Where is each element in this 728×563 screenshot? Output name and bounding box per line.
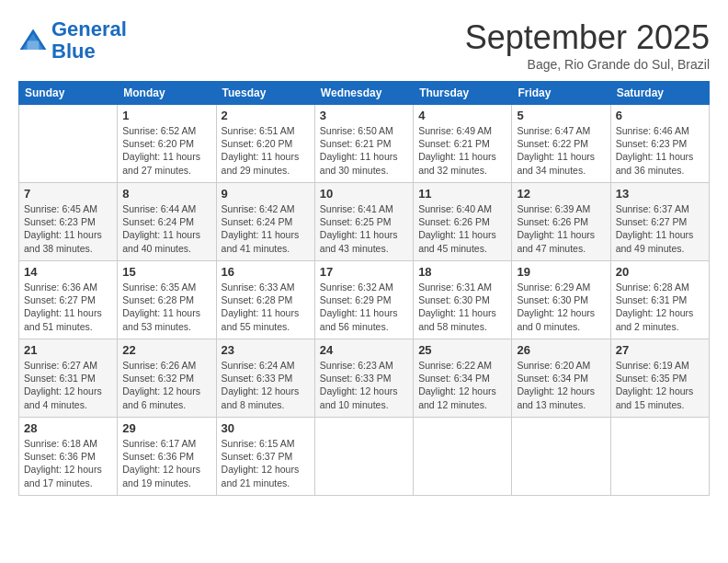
calendar-cell: 28Sunrise: 6:18 AM Sunset: 6:36 PM Dayli… <box>19 418 118 496</box>
calendar-cell <box>414 418 512 496</box>
weekday-header-friday: Friday <box>512 82 610 105</box>
calendar-cell: 29Sunrise: 6:17 AM Sunset: 6:36 PM Dayli… <box>118 418 216 496</box>
calendar-cell: 3Sunrise: 6:50 AM Sunset: 6:21 PM Daylig… <box>314 105 413 183</box>
logo-icon <box>18 28 48 53</box>
calendar-cell: 2Sunrise: 6:51 AM Sunset: 6:20 PM Daylig… <box>216 105 314 183</box>
weekday-header-row: SundayMondayTuesdayWednesdayThursdayFrid… <box>19 82 710 105</box>
day-number: 9 <box>222 187 310 201</box>
day-info: Sunrise: 6:47 AM Sunset: 6:22 PM Dayligh… <box>517 124 605 177</box>
calendar-cell: 16Sunrise: 6:33 AM Sunset: 6:28 PM Dayli… <box>216 261 314 339</box>
day-number: 25 <box>418 343 506 357</box>
weekday-header-saturday: Saturday <box>610 82 709 105</box>
week-row-5: 28Sunrise: 6:18 AM Sunset: 6:36 PM Dayli… <box>19 418 710 496</box>
day-number: 23 <box>222 343 310 357</box>
day-info: Sunrise: 6:28 AM Sunset: 6:31 PM Dayligh… <box>616 281 704 333</box>
month-title: September 2025 <box>465 18 710 57</box>
calendar-cell: 26Sunrise: 6:20 AM Sunset: 6:34 PM Dayli… <box>512 339 610 418</box>
calendar-cell: 30Sunrise: 6:15 AM Sunset: 6:37 PM Dayli… <box>216 418 314 496</box>
calendar-cell: 1Sunrise: 6:52 AM Sunset: 6:20 PM Daylig… <box>118 105 216 183</box>
calendar-cell: 20Sunrise: 6:28 AM Sunset: 6:31 PM Dayli… <box>610 261 709 339</box>
calendar-cell: 17Sunrise: 6:32 AM Sunset: 6:29 PM Dayli… <box>314 261 413 339</box>
day-info: Sunrise: 6:39 AM Sunset: 6:26 PM Dayligh… <box>517 202 605 255</box>
day-number: 7 <box>24 187 112 201</box>
calendar-cell: 13Sunrise: 6:37 AM Sunset: 6:27 PM Dayli… <box>610 183 709 261</box>
calendar-cell <box>512 418 610 496</box>
day-number: 15 <box>122 265 210 279</box>
day-number: 28 <box>24 421 112 435</box>
calendar-cell <box>314 418 413 496</box>
day-info: Sunrise: 6:51 AM Sunset: 6:20 PM Dayligh… <box>222 124 310 177</box>
week-row-4: 21Sunrise: 6:27 AM Sunset: 6:31 PM Dayli… <box>19 339 710 418</box>
calendar-cell: 5Sunrise: 6:47 AM Sunset: 6:22 PM Daylig… <box>512 105 610 183</box>
day-info: Sunrise: 6:49 AM Sunset: 6:21 PM Dayligh… <box>418 124 506 177</box>
day-number: 30 <box>222 421 310 435</box>
calendar-cell: 7Sunrise: 6:45 AM Sunset: 6:23 PM Daylig… <box>19 183 118 261</box>
day-number: 10 <box>320 187 408 201</box>
day-info: Sunrise: 6:46 AM Sunset: 6:23 PM Dayligh… <box>616 124 704 177</box>
day-number: 1 <box>122 109 210 122</box>
day-number: 4 <box>418 109 506 122</box>
day-info: Sunrise: 6:26 AM Sunset: 6:32 PM Dayligh… <box>122 359 210 411</box>
day-info: Sunrise: 6:40 AM Sunset: 6:26 PM Dayligh… <box>418 202 506 255</box>
day-info: Sunrise: 6:35 AM Sunset: 6:28 PM Dayligh… <box>122 281 210 333</box>
day-number: 16 <box>222 265 310 279</box>
calendar-cell: 8Sunrise: 6:44 AM Sunset: 6:24 PM Daylig… <box>118 183 216 261</box>
calendar-cell <box>610 418 709 496</box>
weekday-header-wednesday: Wednesday <box>314 82 413 105</box>
day-number: 17 <box>320 265 408 279</box>
calendar-table: SundayMondayTuesdayWednesdayThursdayFrid… <box>18 81 710 496</box>
weekday-header-sunday: Sunday <box>19 82 118 105</box>
calendar-cell: 19Sunrise: 6:29 AM Sunset: 6:30 PM Dayli… <box>512 261 610 339</box>
calendar-cell: 27Sunrise: 6:19 AM Sunset: 6:35 PM Dayli… <box>610 339 709 418</box>
day-number: 13 <box>616 187 704 201</box>
day-info: Sunrise: 6:24 AM Sunset: 6:33 PM Dayligh… <box>222 359 310 411</box>
day-info: Sunrise: 6:41 AM Sunset: 6:25 PM Dayligh… <box>320 202 408 255</box>
day-info: Sunrise: 6:15 AM Sunset: 6:37 PM Dayligh… <box>222 437 310 489</box>
day-info: Sunrise: 6:31 AM Sunset: 6:30 PM Dayligh… <box>418 281 506 333</box>
calendar-cell: 25Sunrise: 6:22 AM Sunset: 6:34 PM Dayli… <box>414 339 512 418</box>
day-info: Sunrise: 6:32 AM Sunset: 6:29 PM Dayligh… <box>320 281 408 333</box>
day-number: 20 <box>616 265 704 279</box>
page-header: General Blue September 2025 Bage, Rio Gr… <box>18 18 710 72</box>
day-number: 21 <box>24 343 112 357</box>
day-info: Sunrise: 6:44 AM Sunset: 6:24 PM Dayligh… <box>122 202 210 255</box>
day-info: Sunrise: 6:19 AM Sunset: 6:35 PM Dayligh… <box>616 359 704 411</box>
location-text: Bage, Rio Grande do Sul, Brazil <box>465 57 710 72</box>
title-block: September 2025 Bage, Rio Grande do Sul, … <box>465 18 710 72</box>
calendar-cell: 6Sunrise: 6:46 AM Sunset: 6:23 PM Daylig… <box>610 105 709 183</box>
calendar-cell: 14Sunrise: 6:36 AM Sunset: 6:27 PM Dayli… <box>19 261 118 339</box>
day-number: 24 <box>320 343 408 357</box>
calendar-cell: 15Sunrise: 6:35 AM Sunset: 6:28 PM Dayli… <box>118 261 216 339</box>
calendar-cell: 23Sunrise: 6:24 AM Sunset: 6:33 PM Dayli… <box>216 339 314 418</box>
day-info: Sunrise: 6:20 AM Sunset: 6:34 PM Dayligh… <box>517 359 605 411</box>
day-number: 5 <box>517 109 605 122</box>
day-info: Sunrise: 6:36 AM Sunset: 6:27 PM Dayligh… <box>24 281 112 333</box>
day-info: Sunrise: 6:22 AM Sunset: 6:34 PM Dayligh… <box>418 359 506 411</box>
day-number: 6 <box>616 109 704 122</box>
day-info: Sunrise: 6:23 AM Sunset: 6:33 PM Dayligh… <box>320 359 408 411</box>
day-number: 27 <box>616 343 704 357</box>
weekday-header-tuesday: Tuesday <box>216 82 314 105</box>
day-number: 14 <box>24 265 112 279</box>
day-number: 11 <box>418 187 506 201</box>
week-row-1: 1Sunrise: 6:52 AM Sunset: 6:20 PM Daylig… <box>19 105 710 183</box>
day-number: 12 <box>517 187 605 201</box>
day-number: 18 <box>418 265 506 279</box>
calendar-cell: 4Sunrise: 6:49 AM Sunset: 6:21 PM Daylig… <box>414 105 512 183</box>
week-row-2: 7Sunrise: 6:45 AM Sunset: 6:23 PM Daylig… <box>19 183 710 261</box>
calendar-cell: 11Sunrise: 6:40 AM Sunset: 6:26 PM Dayli… <box>414 183 512 261</box>
calendar-cell <box>19 105 118 183</box>
day-number: 3 <box>320 109 408 122</box>
day-info: Sunrise: 6:27 AM Sunset: 6:31 PM Dayligh… <box>24 359 112 411</box>
calendar-cell: 9Sunrise: 6:42 AM Sunset: 6:24 PM Daylig… <box>216 183 314 261</box>
day-info: Sunrise: 6:50 AM Sunset: 6:21 PM Dayligh… <box>320 124 408 177</box>
week-row-3: 14Sunrise: 6:36 AM Sunset: 6:27 PM Dayli… <box>19 261 710 339</box>
day-info: Sunrise: 6:37 AM Sunset: 6:27 PM Dayligh… <box>616 202 704 255</box>
day-info: Sunrise: 6:52 AM Sunset: 6:20 PM Dayligh… <box>122 124 210 177</box>
calendar-cell: 12Sunrise: 6:39 AM Sunset: 6:26 PM Dayli… <box>512 183 610 261</box>
day-info: Sunrise: 6:29 AM Sunset: 6:30 PM Dayligh… <box>517 281 605 333</box>
calendar-cell: 10Sunrise: 6:41 AM Sunset: 6:25 PM Dayli… <box>314 183 413 261</box>
day-info: Sunrise: 6:17 AM Sunset: 6:36 PM Dayligh… <box>122 437 210 489</box>
weekday-header-monday: Monday <box>118 82 216 105</box>
calendar-cell: 21Sunrise: 6:27 AM Sunset: 6:31 PM Dayli… <box>19 339 118 418</box>
